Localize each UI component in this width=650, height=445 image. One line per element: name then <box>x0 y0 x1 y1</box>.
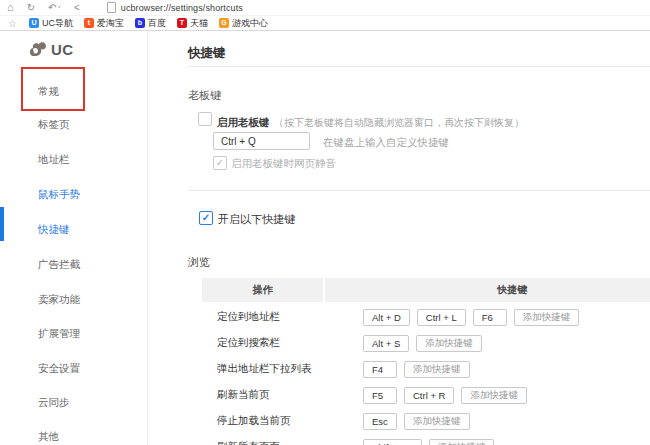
baidu-favicon-icon: b <box>135 18 145 28</box>
add-shortcut-button[interactable]: 添加快捷键 <box>461 387 527 404</box>
settings-content: 快捷键 老板键 启用老板键 （按下老板键将自动隐藏浏览器窗口，再次按下则恢复） … <box>148 31 650 445</box>
address-bar: ⌂ ↻ ↶˅ < ucbrowser://settings/shortcuts <box>0 0 650 16</box>
browser-window: ⌂ ↻ ↶˅ < ucbrowser://settings/shortcuts … <box>0 0 650 445</box>
action-label: 定位到搜索栏 <box>202 336 338 350</box>
bookmark-game-center[interactable]: G游戏中心 <box>219 17 268 30</box>
sidebar-item-security[interactable]: 安全设置 <box>38 362 80 376</box>
shortcut-key-field[interactable]: F4 <box>363 361 397 378</box>
shortcut-cell: Shift + F5添加快捷键 <box>338 439 650 445</box>
uc-squirrel-icon <box>28 40 48 58</box>
column-header-action: 操作 <box>202 278 323 302</box>
bookmark-label: 游戏中心 <box>232 17 268 30</box>
enable-boss-key-label: 启用老板键 <box>217 116 270 128</box>
sidebar-item-tabs[interactable]: 标签页 <box>38 118 70 132</box>
bookmark-label: 百度 <box>148 17 166 30</box>
active-indicator <box>0 207 4 241</box>
add-shortcut-button[interactable]: 添加快捷键 <box>404 361 470 378</box>
refresh-icon[interactable]: ↻ <box>27 0 35 15</box>
shortcuts-table-body: 定位到地址栏Alt + DCtrl + LF6添加快捷键定位到搜索栏Alt + … <box>202 304 650 445</box>
add-shortcut-button[interactable]: 添加快捷键 <box>514 309 580 326</box>
bookmark-label: UC导航 <box>42 17 73 30</box>
sidebar-item-ad-block[interactable]: 广告拦截 <box>38 258 80 272</box>
shortcut-key-field[interactable]: Ctrl + L <box>417 309 466 326</box>
sidebar-item-cloud-sync[interactable]: 云同步 <box>38 396 70 410</box>
action-label: 刷新所有页面 <box>202 440 338 445</box>
shortcuts-table-header: 操作 快捷键 <box>202 278 650 302</box>
uc-nav-favicon-icon: U <box>29 18 39 28</box>
shortcut-key-field[interactable]: F5 <box>363 387 397 404</box>
enable-boss-key-checkbox[interactable] <box>198 112 212 126</box>
browse-section-title: 浏览 <box>188 255 210 270</box>
uc-logo: UC <box>28 40 74 58</box>
bookmarks-bar: ☆ UUC导航t爱淘宝b百度T天猫G游戏中心 <box>0 16 650 31</box>
action-label: 弹出地址栏下拉列表 <box>202 362 338 376</box>
action-label: 停止加载当前页 <box>202 414 338 428</box>
add-shortcut-button[interactable]: 添加快捷键 <box>404 413 470 430</box>
url-text[interactable]: ucbrowser://settings/shortcuts <box>121 3 243 13</box>
add-shortcut-button[interactable]: 添加快捷键 <box>416 335 482 352</box>
sidebar-item-address-bar[interactable]: 地址栏 <box>38 153 70 167</box>
table-row: 弹出地址栏下拉列表F4添加快捷键 <box>202 356 650 382</box>
action-label: 刷新当前页 <box>202 388 338 402</box>
page-title: 快捷键 <box>188 45 226 62</box>
favorites-star-icon[interactable]: ☆ <box>8 18 17 29</box>
bookmark-label: 天猫 <box>190 17 208 30</box>
title-divider <box>188 66 650 67</box>
home-icon[interactable]: ⌂ <box>7 0 14 15</box>
shortcut-key-field[interactable]: Alt + D <box>363 309 410 326</box>
shortcut-key-field[interactable]: F6 <box>473 309 507 326</box>
shortcut-cell: F4添加快捷键 <box>338 361 650 378</box>
settings-sidebar: UC 常规标签页地址栏鼠标手势快捷键广告拦截卖家功能扩展管理安全设置云同步其他 <box>0 31 148 445</box>
sidebar-item-mouse-gestures[interactable]: 鼠标手势 <box>38 188 80 202</box>
bookmark-tmall[interactable]: T天猫 <box>177 17 208 30</box>
boss-key-section-title: 老板键 <box>188 88 221 103</box>
bookmark-label: 爱淘宝 <box>97 17 124 30</box>
page-icon <box>107 2 116 13</box>
sidebar-item-shortcuts[interactable]: 快捷键 <box>38 223 70 237</box>
aitaobao-favicon-icon: t <box>84 18 94 28</box>
shortcut-key-field[interactable]: Ctrl + R <box>404 387 454 404</box>
shortcut-cell: Alt + S添加快捷键 <box>338 335 650 352</box>
uc-logo-text: UC <box>51 41 74 58</box>
action-label: 定位到地址栏 <box>202 310 338 324</box>
table-row: 停止加载当前页Esc添加快捷键 <box>202 408 650 434</box>
bookmarks-list: UUC导航t爱淘宝b百度T天猫G游戏中心 <box>29 17 268 30</box>
bookmark-uc-nav[interactable]: UUC导航 <box>29 17 73 30</box>
shortcut-key-field[interactable]: Shift + F5 <box>363 439 422 445</box>
tmall-favicon-icon: T <box>177 18 187 28</box>
enable-boss-key-row: 启用老板键 （按下老板键将自动隐藏浏览器窗口，再次按下则恢复） <box>217 112 524 130</box>
boss-key-input[interactable] <box>213 132 310 150</box>
column-header-shortcut: 快捷键 <box>325 278 650 302</box>
bookmark-aitaobao[interactable]: t爱淘宝 <box>84 17 124 30</box>
game-center-favicon-icon: G <box>219 18 229 28</box>
table-row: 刷新所有页面Shift + F5添加快捷键 <box>202 434 650 445</box>
mute-label: 启用老板键时网页静音 <box>231 157 336 171</box>
enable-boss-key-hint: （按下老板键将自动隐藏浏览器窗口，再次按下则恢复） <box>274 117 524 128</box>
add-shortcut-button[interactable]: 添加快捷键 <box>429 439 495 445</box>
section-divider <box>188 190 650 191</box>
sidebar-item-extensions[interactable]: 扩展管理 <box>38 327 80 341</box>
shortcuts-table: 操作 快捷键 定位到地址栏Alt + DCtrl + LF6添加快捷键定位到搜索… <box>202 278 650 445</box>
table-row: 定位到搜索栏Alt + S添加快捷键 <box>202 330 650 356</box>
shortcut-cell: F5Ctrl + R添加快捷键 <box>338 387 650 404</box>
mute-checkbox[interactable]: ✓ <box>213 156 227 170</box>
boss-key-input-hint: 在键盘上输入自定义快捷键 <box>323 136 449 150</box>
undo-dropdown-icon[interactable]: ↶˅ <box>48 0 61 15</box>
shortcut-key-field[interactable]: Alt + S <box>363 335 409 352</box>
enable-shortcuts-label: 开启以下快捷键 <box>218 212 295 227</box>
sidebar-item-seller-tools[interactable]: 卖家功能 <box>38 293 80 307</box>
table-row: 刷新当前页F5Ctrl + R添加快捷键 <box>202 382 650 408</box>
shortcut-key-field[interactable]: Esc <box>363 413 397 430</box>
bookmark-baidu[interactable]: b百度 <box>135 17 166 30</box>
annotation-box <box>21 67 85 111</box>
enable-shortcuts-checkbox[interactable]: ✓ <box>199 211 213 225</box>
shortcut-cell: Alt + DCtrl + LF6添加快捷键 <box>338 309 650 326</box>
back-icon[interactable]: < <box>74 0 80 15</box>
table-row: 定位到地址栏Alt + DCtrl + LF6添加快捷键 <box>202 304 650 330</box>
sidebar-item-others[interactable]: 其他 <box>38 430 59 444</box>
shortcut-cell: Esc添加快捷键 <box>338 413 650 430</box>
